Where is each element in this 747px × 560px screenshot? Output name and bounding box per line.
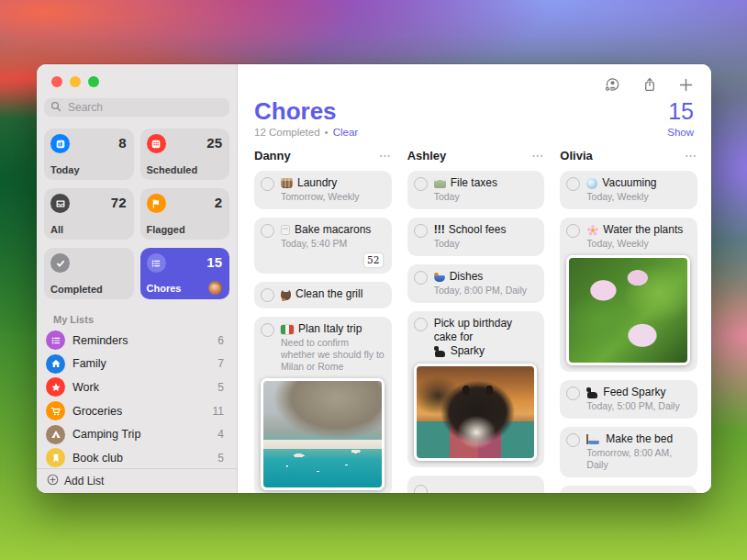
reminder-laundry[interactable]: Laundry Tomorrow, Weekly (254, 171, 392, 209)
show-completed-link[interactable]: Show (667, 127, 694, 138)
more-options-icon[interactable]: ⋯ (531, 151, 544, 161)
sidebar-item-camping-trip[interactable]: Camping Trip 4 (37, 422, 237, 446)
complete-radio[interactable] (566, 386, 580, 400)
tile-label: Scheduled (147, 164, 198, 175)
share-icon[interactable] (642, 74, 657, 95)
dog-emoji (586, 387, 598, 398)
add-reminder-icon[interactable] (679, 74, 693, 95)
reminder-make-the-bed[interactable]: Make the bed Tomorrow, 8:00 AM, Daily (560, 427, 697, 477)
reminder-school-fees[interactable]: !!!School fees Today (407, 218, 545, 256)
italy-coast-photo[interactable] (261, 378, 385, 490)
smart-list-all[interactable]: 72 All (44, 188, 134, 240)
smart-list-scheduled[interactable]: 25 Scheduled (140, 129, 230, 180)
reminder-plan-italy-trip[interactable]: Plan Italy trip Need to confirm whether … (254, 317, 392, 493)
reminder-subtitle: Today, 5:40 PM (281, 238, 385, 250)
search-field[interactable] (44, 98, 229, 117)
list-label: Reminders (72, 334, 210, 347)
reminder-title: Vacuuming (602, 176, 656, 190)
smart-list-chores[interactable]: 15 Chores (140, 248, 230, 299)
add-list-label: Add List (64, 475, 104, 487)
tent-icon (46, 425, 65, 444)
reminder-bake-macarons[interactable]: Bake macarons Today, 5:40 PM 52 (254, 218, 392, 274)
reminder-clean-the-grill[interactable]: Clean the grill (254, 282, 392, 308)
new-reminder-row[interactable] (407, 476, 545, 493)
add-list-button[interactable]: Add List (37, 468, 237, 493)
flowers-photo[interactable] (566, 255, 690, 365)
blossom-emoji (586, 225, 598, 236)
complete-radio[interactable] (566, 224, 580, 238)
reminder-subtitle: Tomorrow, 8:00 AM, Daily (586, 447, 690, 471)
tile-label: Flagged (147, 224, 185, 235)
reminder-subtitle: Today (434, 238, 538, 250)
complete-radio[interactable] (414, 224, 428, 238)
assign-contact-icon[interactable] (604, 74, 620, 95)
italy-flag-emoji (281, 325, 294, 334)
complete-radio[interactable] (414, 318, 428, 331)
reminder-feed-sparky[interactable]: Feed Sparky Today, 5:00 PM, Daily (560, 380, 697, 419)
reminder-title: Sparky (451, 344, 485, 358)
list-bullet-icon (147, 253, 166, 273)
list-label: Groceries (72, 405, 206, 418)
dog-photo[interactable] (414, 364, 538, 461)
sidebar-item-groceries[interactable]: Groceries 11 (37, 399, 237, 423)
search-input[interactable] (66, 100, 223, 115)
sidebar-item-work[interactable]: Work 5 (37, 375, 237, 399)
more-options-icon[interactable]: ⋯ (685, 151, 697, 161)
reminder-vacuuming[interactable]: Vacuuming Today, Weekly (560, 171, 697, 209)
clear-link[interactable]: Clear (333, 127, 358, 138)
list-count: 5 (217, 381, 224, 394)
complete-radio[interactable] (414, 271, 428, 285)
complete-radio[interactable] (566, 177, 580, 191)
complete-radio[interactable] (261, 323, 274, 337)
smart-list-completed[interactable]: Completed (44, 248, 134, 299)
toolbar (238, 64, 711, 95)
complete-radio[interactable] (414, 177, 428, 191)
bookmark-icon (46, 448, 65, 467)
sidebar-item-book-club[interactable]: Book club 5 (37, 446, 237, 470)
column-title: Danny (254, 149, 291, 162)
attachment-thumbnail[interactable]: 52 (364, 253, 383, 267)
reminder-water-the-plants[interactable]: Water the plants Today, Weekly (560, 218, 697, 372)
assignee-avatar (208, 281, 222, 295)
new-reminder-row[interactable] (560, 486, 697, 493)
smart-list-today[interactable]: 8 Today (44, 129, 134, 180)
search-icon (50, 99, 61, 116)
zoom-button[interactable] (88, 76, 99, 87)
star-icon (46, 377, 65, 397)
column-title: Olivia (560, 149, 592, 162)
my-lists-header: My Lists (53, 314, 237, 325)
tray-icon (50, 194, 70, 213)
complete-radio[interactable] (566, 433, 580, 447)
minimize-button[interactable] (70, 76, 81, 87)
reminder-file-taxes[interactable]: File taxes Today (407, 171, 545, 209)
list-label: Camping Trip (72, 428, 210, 441)
reminder-subtitle: Today, Weekly (586, 191, 690, 203)
jar-emoji (281, 225, 290, 235)
reminder-title: File taxes (451, 176, 497, 190)
assignee-columns: Danny ⋯ Laundry Tomorrow, Weekly (238, 138, 711, 493)
main-content: Chores 15 12 Completed • Clear Show Dann… (238, 64, 711, 493)
reminder-dishes[interactable]: Dishes Today, 8:00 PM, Daily (407, 264, 545, 303)
reminder-title: Make the bed (606, 432, 673, 446)
reminder-title: Feed Sparky (603, 386, 665, 399)
smart-list-flagged[interactable]: 2 Flagged (140, 188, 230, 240)
complete-radio[interactable] (261, 288, 274, 302)
list-count: 7 (217, 357, 224, 370)
grill-food-emoji (281, 289, 291, 300)
dot-separator: • (325, 127, 329, 138)
more-options-icon[interactable]: ⋯ (379, 151, 392, 161)
sidebar-item-reminders[interactable]: Reminders 6 (37, 329, 237, 353)
reminder-title: Pick up birthday cake for (434, 317, 538, 344)
complete-radio[interactable] (414, 485, 428, 493)
reminder-birthday-cake-sparky[interactable]: Pick up birthday cake for Sparky (407, 311, 545, 467)
sidebar-item-family[interactable]: Family 7 (37, 353, 237, 376)
sidebar: 8 Today 25 Scheduled 72 (37, 64, 238, 493)
complete-radio[interactable] (261, 177, 274, 191)
complete-radio[interactable] (261, 224, 274, 238)
reminder-title: Plan Italy trip (298, 322, 362, 336)
reminder-title: Laundry (297, 176, 337, 190)
close-button[interactable] (51, 76, 62, 87)
list-label: Family (72, 357, 210, 370)
count-badge: 72 (111, 194, 127, 212)
tile-label: Today (50, 164, 80, 175)
